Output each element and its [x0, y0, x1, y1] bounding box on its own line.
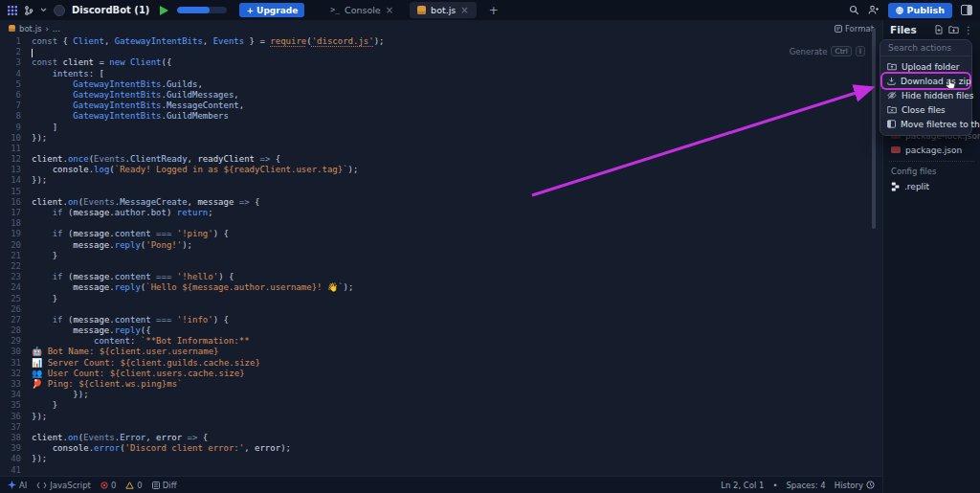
- language-status[interactable]: JavaScript: [36, 481, 91, 490]
- code-line: 20 message.reply('Pong!');: [0, 240, 882, 251]
- layout-panel-icon[interactable]: [961, 5, 972, 15]
- tab-console[interactable]: >_ Console ×: [323, 2, 401, 18]
- breadcrumb-more[interactable]: ...: [53, 24, 60, 34]
- js-file-icon: [417, 6, 426, 14]
- menu-item-label: Close files: [902, 105, 946, 115]
- line-number: 12: [0, 154, 21, 165]
- editor-scrollbar[interactable]: [872, 28, 876, 229]
- line-number: 41: [0, 465, 21, 476]
- code-line: 15: [0, 187, 882, 197]
- close-icon[interactable]: ×: [460, 5, 468, 15]
- menu-item-move-filetree-to-the-left[interactable]: Move filetree to the left: [882, 117, 969, 131]
- keycap-i: I: [856, 46, 865, 56]
- download-icon: [887, 77, 896, 85]
- breadcrumb-separator-icon: ›: [45, 24, 48, 34]
- fork-icon[interactable]: [24, 6, 33, 15]
- code-line: 23 if (message.content === '!hello') {: [0, 272, 882, 282]
- code-line: 2: [0, 47, 882, 57]
- kebab-menu-icon[interactable]: ⋮: [964, 25, 973, 35]
- files-context-menu: Search actions Upload folderDownload as …: [880, 39, 972, 136]
- code-line: 37: [0, 422, 882, 433]
- files-header: Files ⋮: [883, 20, 980, 39]
- upload-folder-icon: [887, 62, 897, 71]
- code-line: 18: [0, 218, 882, 229]
- menu-item-hide-hidden-files[interactable]: Hide hidden files: [882, 88, 969, 102]
- code-editor-pane: bot.js › ... Format 1const { Client, Gat…: [0, 20, 882, 493]
- code-line: 6 GatewayIntentBits.GuildMessages,: [0, 90, 882, 101]
- line-number: 26: [0, 304, 21, 315]
- publish-button[interactable]: Publish: [888, 3, 952, 18]
- search-icon[interactable]: [849, 5, 859, 15]
- search-actions-input[interactable]: Search actions: [880, 40, 971, 56]
- line-number: 18: [0, 218, 21, 229]
- code-line: 31📊 Server Count: ${client.guilds.cache.…: [0, 358, 882, 369]
- line-number: 31: [0, 358, 21, 369]
- project-name[interactable]: DiscordBot (1): [72, 5, 149, 15]
- upgrade-button[interactable]: + Upgrade: [239, 3, 304, 17]
- indent-setting[interactable]: Spaces: 4: [786, 481, 825, 490]
- warning-icon: [125, 482, 134, 489]
- code-line: 39 console.error('Discord client error:'…: [0, 443, 882, 454]
- code-line: 16client.on(Events.MessageCreate, messag…: [0, 197, 882, 208]
- terminal-icon: >_: [330, 6, 340, 14]
- ai-icon: [8, 481, 16, 489]
- line-number: 29: [0, 336, 21, 347]
- new-folder-icon[interactable]: [948, 25, 959, 34]
- line-number: 27: [0, 315, 21, 325]
- file-item-package-json[interactable]: package.json: [883, 143, 980, 157]
- diff-icon: [152, 482, 160, 489]
- file-name: package.json: [905, 146, 962, 155]
- line-number: 22: [0, 261, 21, 272]
- run-button[interactable]: [160, 6, 168, 15]
- code-line: 36});: [0, 412, 882, 422]
- close-icon[interactable]: ×: [386, 5, 393, 15]
- line-number: 40: [0, 454, 21, 464]
- code-line: 30🤖 Bot Name: ${client.user.username}: [0, 347, 882, 357]
- line-number: 21: [0, 251, 21, 261]
- tab-label: Console: [345, 5, 381, 15]
- code-line: 8 GatewayIntentBits.GuildMembers: [0, 111, 882, 122]
- chevron-down-icon[interactable]: [40, 8, 47, 12]
- text-cursor: [32, 49, 33, 57]
- line-number: 9: [0, 123, 21, 133]
- cursor-position[interactable]: Ln 2, Col 1: [721, 481, 764, 490]
- menu-item-close-files[interactable]: Close files: [882, 102, 969, 117]
- line-number: 13: [0, 165, 21, 175]
- apps-grid-icon[interactable]: [8, 6, 17, 15]
- new-tab-button[interactable]: +: [489, 4, 499, 17]
- new-file-icon[interactable]: [934, 25, 944, 34]
- tab-botjs[interactable]: bot.js ×: [410, 2, 477, 18]
- js-file-icon: [9, 25, 15, 32]
- separator-dot: •: [772, 481, 777, 490]
- code-area[interactable]: 1const { Client, GatewayIntentBits, Even…: [0, 36, 882, 476]
- editor-header: bot.js › ... Format: [0, 20, 882, 36]
- repl-avatar: [54, 5, 65, 16]
- line-number: 34: [0, 390, 21, 400]
- ai-status[interactable]: AI: [8, 481, 27, 490]
- code-line: 11: [0, 144, 882, 154]
- line-number: 20: [0, 240, 21, 251]
- line-number: 36: [0, 412, 21, 422]
- invite-user-icon[interactable]: [868, 5, 880, 15]
- breadcrumb-file: bot.js: [19, 24, 41, 34]
- warnings-status[interactable]: 0: [125, 481, 142, 490]
- line-number: 11: [0, 144, 21, 154]
- code-line: 33🏓 Ping: ${client.ws.ping}ms`: [0, 379, 882, 390]
- files-title: Files: [890, 24, 917, 35]
- file-item--replit[interactable]: .replit: [883, 179, 980, 193]
- line-number: 35: [0, 400, 21, 411]
- format-button[interactable]: Format: [835, 24, 874, 34]
- diff-status[interactable]: Diff: [152, 481, 177, 490]
- eye-off-icon: [887, 91, 897, 100]
- breadcrumb[interactable]: bot.js › ...: [9, 24, 60, 34]
- code-line: 7 GatewayIntentBits.MessageContent,: [0, 101, 882, 111]
- errors-status[interactable]: 0: [100, 481, 116, 490]
- history-button[interactable]: History: [835, 481, 875, 490]
- code-line: 41: [0, 465, 882, 476]
- code-line: 3const client = new Client({: [0, 57, 882, 68]
- generate-hint[interactable]: Generate Ctrl I: [790, 46, 865, 56]
- menu-item-upload-folder[interactable]: Upload folder: [882, 59, 969, 74]
- code-line: 29 content: `**Bot Information:**: [0, 336, 882, 347]
- keycap-ctrl: Ctrl: [831, 46, 851, 56]
- menu-item-download-as-zip[interactable]: Download as zip: [882, 74, 969, 88]
